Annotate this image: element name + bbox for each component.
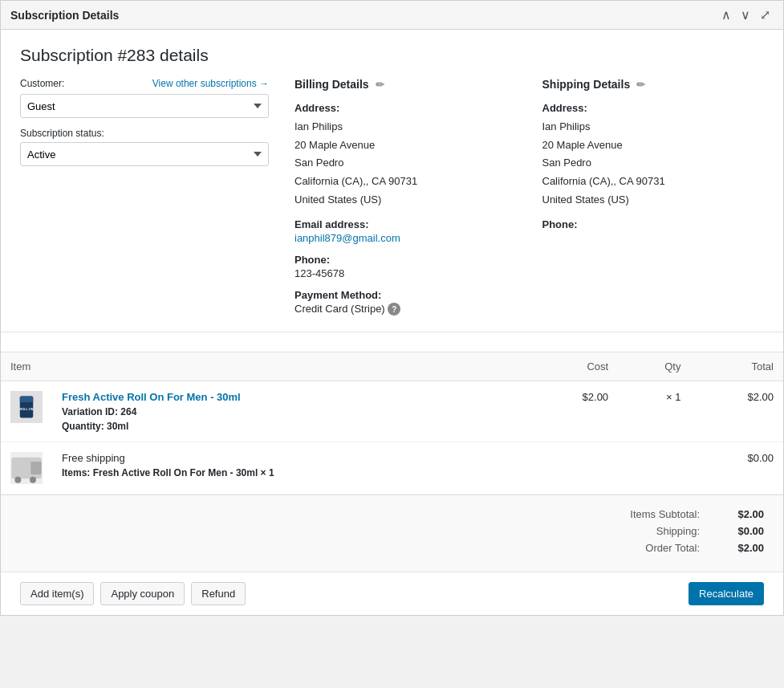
billing-email[interactable]: ianphil879@gmail.com	[295, 232, 400, 244]
totals-section: Items Subtotal: $2.00 Shipping: $0.00 Or…	[1, 495, 783, 572]
shipping-heading-text: Shipping Details	[542, 78, 631, 91]
shipping-edit-icon[interactable]: ✏	[636, 79, 645, 91]
product-name-link[interactable]: Fresh Active Roll On For Men - 30ml	[62, 391, 241, 403]
billing-phone: 123-45678	[295, 267, 517, 279]
actions-section: Add item(s) Apply coupon Refund Recalcul…	[1, 572, 783, 615]
svg-text:ROLL ON: ROLL ON	[20, 408, 34, 411]
shipping-row: Free shipping Items: Fresh Active Roll O…	[1, 442, 783, 495]
shipping-details-cell: Free shipping Items: Fresh Active Roll O…	[52, 442, 526, 495]
items-section: Item Cost Qty Total ROLL ON	[1, 352, 783, 495]
shipping-street: 20 Maple Avenue	[542, 137, 765, 154]
svg-rect-4	[30, 462, 41, 474]
top-section: Customer: View other subscriptions → Gue…	[20, 78, 764, 316]
billing-heading: Billing Details ✏	[295, 78, 517, 91]
items-table: Item Cost Qty Total ROLL ON	[1, 352, 783, 495]
variation-id: 264	[120, 406, 136, 417]
panel-controls: ∧ ∨ ⤢	[718, 7, 774, 22]
subscription-status-select[interactable]: Pending Active On hold Cancelled Switche…	[20, 142, 269, 166]
shipping-items-row: Items: Fresh Active Roll On For Men - 30…	[62, 467, 516, 478]
fullscreen-button[interactable]: ⤢	[757, 7, 774, 22]
col-total: Total	[690, 352, 783, 381]
actions-left: Add item(s) Apply coupon Refund	[20, 582, 246, 605]
shipping-items-label: Items:	[62, 467, 90, 478]
product-thumb-svg: ROLL ON	[14, 395, 39, 419]
shipping-total-row: Shipping: $0.00	[20, 525, 764, 537]
product-details-cell: Fresh Active Roll On For Men - 30ml Vari…	[52, 381, 526, 442]
recalculate-button[interactable]: Recalculate	[689, 582, 764, 605]
subtotal-row: Items Subtotal: $2.00	[20, 508, 764, 520]
product-cost: $2.00	[526, 381, 619, 442]
apply-coupon-button[interactable]: Apply coupon	[100, 582, 185, 605]
product-variation: Variation ID: 264	[62, 406, 516, 417]
product-total: $2.00	[690, 381, 783, 442]
svg-point-5	[14, 477, 21, 483]
billing-edit-icon[interactable]: ✏	[376, 79, 384, 91]
billing-country: United States (US)	[295, 192, 517, 209]
view-subscriptions-link[interactable]: View other subscriptions →	[152, 78, 269, 89]
product-thumbnail: ROLL ON	[10, 391, 43, 423]
order-total-row: Order Total: $2.00	[20, 542, 764, 554]
shipping-thumb	[10, 452, 43, 484]
shipping-total: $0.00	[690, 442, 783, 495]
customer-label: Customer:	[20, 78, 64, 89]
payment-help-icon[interactable]: ?	[388, 303, 400, 316]
order-total-label: Order Total:	[555, 542, 700, 554]
col-cost: Cost	[526, 352, 619, 381]
shipping-qty-empty	[618, 442, 690, 495]
divider	[1, 332, 783, 332]
table-header-row: Item Cost Qty Total	[1, 352, 783, 381]
subscription-panel: Subscription Details ∧ ∨ ⤢ Subscription …	[0, 0, 784, 616]
shipping-address-block: Address: Ian Philips 20 Maple Avenue San…	[542, 100, 765, 209]
shipping-phone-label: Phone:	[542, 218, 765, 230]
customer-row: Customer: View other subscriptions →	[20, 78, 269, 89]
col-qty: Qty	[618, 352, 690, 381]
subtotal-label: Items Subtotal:	[555, 508, 700, 520]
billing-address-block: Address: Ian Philips 20 Maple Avenue San…	[295, 100, 517, 209]
billing-heading-text: Billing Details	[295, 78, 369, 91]
svg-point-6	[30, 477, 36, 483]
billing-phone-label: Phone:	[295, 254, 517, 266]
shipping-name: Ian Philips	[542, 119, 765, 136]
order-total-value: $2.00	[700, 542, 764, 554]
shipping-svg	[10, 452, 43, 484]
col-item: Item	[1, 352, 526, 381]
shipping-icon-cell	[1, 442, 52, 495]
customer-select[interactable]: Guest	[20, 94, 269, 118]
collapse-button[interactable]: ∧	[718, 7, 734, 22]
shipping-column: Shipping Details ✏ Address: Ian Philips …	[542, 78, 765, 316]
shipping-cost-empty	[526, 442, 619, 495]
subscription-status-label: Subscription status:	[20, 128, 269, 139]
subscription-title: Subscription #283 details	[20, 46, 764, 65]
shipping-total-label: Shipping:	[555, 525, 700, 537]
quantity-label: Quantity:	[62, 421, 104, 432]
variation-label: Variation ID:	[62, 406, 118, 417]
billing-street: 20 Maple Avenue	[295, 137, 517, 154]
product-quantity-row: Quantity: 30ml	[62, 421, 516, 432]
expand-button[interactable]: ∨	[737, 7, 754, 22]
billing-email-label: Email address:	[295, 218, 517, 230]
shipping-address-label: Address:	[542, 102, 587, 114]
refund-button[interactable]: Refund	[191, 582, 246, 605]
billing-payment-label: Payment Method:	[295, 289, 517, 301]
shipping-country: United States (US)	[542, 192, 765, 209]
shipping-name: Free shipping	[62, 452, 125, 464]
status-row: Subscription status: Pending Active On h…	[20, 128, 269, 166]
left-column: Customer: View other subscriptions → Gue…	[20, 78, 269, 316]
shipping-items-value: Fresh Active Roll On For Men - 30ml × 1	[93, 467, 274, 478]
shipping-state-zip: California (CA),, CA 90731	[542, 173, 765, 190]
shipping-heading: Shipping Details ✏	[542, 78, 765, 91]
svg-rect-1	[20, 397, 34, 403]
billing-payment: Credit Card (Stripe)	[295, 303, 385, 315]
billing-city: San Pedro	[295, 155, 517, 172]
product-qty: × 1	[618, 381, 690, 442]
billing-state-zip: California (CA),, CA 90731	[295, 173, 517, 190]
shipping-total-value: $0.00	[700, 525, 764, 537]
panel-body: Subscription #283 details Customer: View…	[1, 30, 783, 332]
add-items-button[interactable]: Add item(s)	[20, 582, 94, 605]
panel-title: Subscription Details	[10, 9, 119, 22]
shipping-city: San Pedro	[542, 155, 765, 172]
billing-column: Billing Details ✏ Address: Ian Philips 2…	[295, 78, 517, 316]
panel-header: Subscription Details ∧ ∨ ⤢	[1, 1, 783, 30]
product-quantity: 30ml	[107, 421, 128, 432]
billing-name: Ian Philips	[295, 119, 517, 136]
